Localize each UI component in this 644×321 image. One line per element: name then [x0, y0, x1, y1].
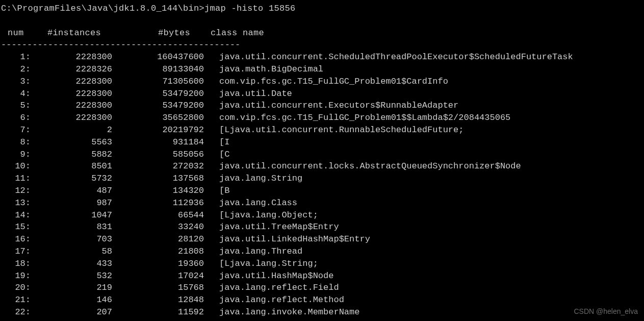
row-instances: 2228300	[31, 76, 112, 88]
row-instances: 207	[31, 306, 112, 318]
blank-line	[0, 15, 644, 27]
table-row: 16:70328120java.util.LinkedHashMap$Entry	[0, 233, 644, 245]
header-instances: #instances	[27, 27, 106, 39]
header-num: num	[2, 27, 27, 39]
row-num: 15:	[1, 221, 31, 233]
row-instances: 2228300	[31, 112, 112, 124]
row-instances: 433	[31, 258, 112, 270]
row-num: 1:	[1, 51, 31, 63]
row-instances: 58	[31, 245, 112, 258]
row-classname: java.lang.Class	[204, 197, 297, 209]
table-row: 2:222832689133040java.math.BigDecimal	[0, 63, 644, 76]
row-classname: java.util.TreeMap$Entry	[204, 221, 339, 233]
row-num: 13:	[1, 197, 31, 209]
histogram-header: num#instances#bytesclass name	[0, 27, 644, 39]
row-classname: java.util.concurrent.ScheduledThreadPool…	[204, 51, 573, 63]
row-instances: 532	[31, 270, 112, 282]
divider-line: ----------------------------------------…	[0, 39, 644, 51]
row-bytes: 134320	[112, 185, 204, 197]
row-classname: java.util.concurrent.locks.AbstractQueue…	[204, 160, 521, 172]
row-bytes: 137568	[112, 172, 204, 185]
table-row: 8:5563931184[I	[0, 136, 644, 149]
row-num: 7:	[1, 124, 31, 136]
row-num: 5:	[1, 100, 31, 112]
row-bytes: 15768	[112, 282, 204, 294]
row-instances: 487	[31, 185, 112, 197]
row-instances: 1047	[31, 209, 112, 221]
row-classname: com.vip.fcs.gc.T15_FullGC_Problem01$Card…	[204, 76, 448, 88]
table-row: 1:2228300160437600java.util.concurrent.S…	[0, 51, 644, 63]
row-classname: java.lang.reflect.Field	[204, 282, 339, 294]
row-bytes: 585056	[112, 149, 204, 161]
row-num: 3:	[1, 76, 31, 88]
table-row: 4:222830053479200java.util.Date	[0, 88, 644, 100]
row-instances: 5732	[31, 172, 112, 185]
table-row: 18:43319360[Ljava.lang.String;	[0, 258, 644, 270]
table-row: 3:222830071305600com.vip.fcs.gc.T15_Full…	[0, 76, 644, 88]
table-row: 20:21915768java.lang.reflect.Field	[0, 282, 644, 294]
row-classname: [Ljava.lang.String;	[204, 258, 318, 270]
table-row: 5:222830053479200java.util.concurrent.Ex…	[0, 100, 644, 112]
row-num: 12:	[1, 185, 31, 197]
row-classname: java.math.BigDecimal	[204, 63, 323, 76]
row-classname: java.util.Date	[204, 88, 292, 100]
row-bytes: 20219792	[112, 124, 204, 136]
row-instances: 987	[31, 197, 112, 209]
header-bytes: #bytes	[106, 27, 200, 39]
row-classname: [Ljava.lang.Object;	[204, 209, 318, 221]
row-classname: [B	[204, 185, 229, 197]
row-bytes: 66544	[112, 209, 204, 221]
row-classname: java.lang.String	[204, 172, 302, 185]
row-classname: [Ljava.util.concurrent.RunnableScheduled…	[204, 124, 463, 136]
row-num: 21:	[1, 294, 31, 306]
row-classname: java.lang.Thread	[204, 245, 302, 258]
row-num: 6:	[1, 112, 31, 124]
row-num: 17:	[1, 245, 31, 258]
row-classname: java.lang.reflect.Method	[204, 294, 344, 306]
header-classname: class name	[200, 27, 264, 39]
row-bytes: 931184	[112, 136, 204, 149]
row-num: 20:	[1, 282, 31, 294]
row-bytes: 53479200	[112, 88, 204, 100]
table-row: 22:20711592java.lang.invoke.MemberName	[0, 306, 644, 318]
row-num: 19:	[1, 270, 31, 282]
table-row: 12:487134320[B	[0, 185, 644, 197]
row-bytes: 35652800	[112, 112, 204, 124]
row-bytes: 12848	[112, 294, 204, 306]
table-row: 19:53217024java.util.HashMap$Node	[0, 270, 644, 282]
table-row: 9:5882585056[C	[0, 149, 644, 161]
row-num: 4:	[1, 88, 31, 100]
row-num: 9:	[1, 149, 31, 161]
row-num: 18:	[1, 258, 31, 270]
row-num: 2:	[1, 63, 31, 76]
row-bytes: 160437600	[112, 51, 204, 63]
row-instances: 5563	[31, 136, 112, 149]
row-bytes: 89133040	[112, 63, 204, 76]
row-bytes: 53479200	[112, 100, 204, 112]
row-bytes: 272032	[112, 160, 204, 172]
row-instances: 2228326	[31, 63, 112, 76]
table-row: 11:5732137568java.lang.String	[0, 172, 644, 185]
row-num: 10:	[1, 160, 31, 172]
row-bytes: 28120	[112, 233, 204, 245]
watermark: CSDN @helen_elva	[574, 307, 638, 317]
row-instances: 2	[31, 124, 112, 136]
row-bytes: 19360	[112, 258, 204, 270]
row-instances: 8501	[31, 160, 112, 172]
row-classname: [I	[204, 136, 229, 149]
table-row: 13:987112936java.lang.Class	[0, 197, 644, 209]
command-prompt: C:\ProgramFiles\Java\jdk1.8.0_144\bin>jm…	[0, 3, 644, 15]
table-row: 10:8501272032java.util.concurrent.locks.…	[0, 160, 644, 172]
row-classname: [C	[204, 149, 229, 161]
table-row: 14:104766544[Ljava.lang.Object;	[0, 209, 644, 221]
row-classname: java.lang.invoke.MemberName	[204, 306, 359, 318]
row-bytes: 33240	[112, 221, 204, 233]
row-bytes: 17024	[112, 270, 204, 282]
row-instances: 219	[31, 282, 112, 294]
row-num: 11:	[1, 172, 31, 185]
row-instances: 2228300	[31, 100, 112, 112]
histogram-rows: 1:2228300160437600java.util.concurrent.S…	[0, 51, 644, 318]
row-instances: 2228300	[31, 51, 112, 63]
row-num: 14:	[1, 209, 31, 221]
row-num: 22:	[1, 306, 31, 318]
